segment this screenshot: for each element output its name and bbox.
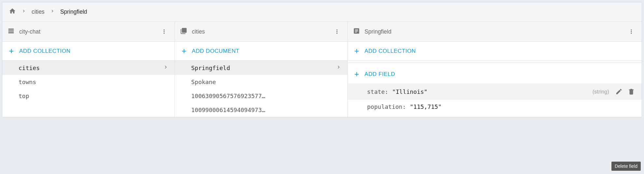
add-label: ADD DOCUMENT (192, 48, 239, 54)
item-label: Springfield (191, 65, 335, 71)
more-vert-icon[interactable] (332, 26, 342, 37)
field-row[interactable]: state: "Illinois" (string) (348, 83, 642, 100)
breadcrumb: cities Springfield (2, 2, 642, 22)
more-vert-icon[interactable] (626, 26, 637, 37)
item-label: 10063090567576923577… (191, 93, 341, 99)
document-item[interactable]: Spokane (175, 75, 347, 89)
item-label: Spokane (191, 79, 341, 85)
field-row[interactable]: population: "115,715" (348, 100, 642, 114)
collection-icon (180, 27, 187, 36)
field-value: "Illinois" (392, 88, 427, 95)
add-document-button[interactable]: + ADD DOCUMENT (175, 42, 347, 61)
plus-icon: + (354, 47, 360, 55)
document-item[interactable]: Springfield (175, 61, 347, 75)
item-label: towns (19, 79, 169, 85)
database-icon (7, 27, 15, 36)
field-key: population: (367, 103, 406, 110)
chevron-right-icon (336, 64, 342, 71)
chevron-right-icon (163, 64, 169, 71)
plus-icon: + (354, 70, 360, 78)
root-column: city-chat + ADD COLLECTION cities towns … (2, 22, 175, 117)
document-item[interactable]: 10063090567576923577… (175, 89, 347, 103)
add-label: ADD COLLECTION (19, 48, 71, 54)
breadcrumb-item[interactable]: cities (32, 8, 45, 15)
more-vert-icon[interactable] (159, 26, 169, 37)
item-label: cities (19, 65, 163, 71)
add-label: ADD COLLECTION (365, 48, 416, 54)
collection-item[interactable]: top (2, 89, 175, 103)
column-title: cities (192, 28, 327, 35)
add-collection-button[interactable]: + ADD COLLECTION (348, 42, 642, 61)
document-column: Springfield + ADD COLLECTION + ADD FIELD… (348, 22, 642, 117)
chevron-right-icon (50, 8, 55, 15)
field-key: state: (367, 88, 388, 95)
column-title: city-chat (19, 28, 154, 35)
add-collection-button[interactable]: + ADD COLLECTION (2, 42, 175, 61)
item-label: 10099000614594094973… (191, 107, 341, 113)
column-title: Springfield (365, 28, 622, 35)
breadcrumb-item[interactable]: Springfield (60, 8, 87, 15)
document-item[interactable]: 10099000614594094973… (175, 103, 347, 117)
document-icon (353, 27, 360, 36)
home-icon[interactable] (9, 7, 16, 16)
chevron-right-icon (21, 8, 26, 15)
field-value: "115,715" (410, 103, 442, 110)
add-field-button[interactable]: + ADD FIELD (348, 65, 642, 83)
collection-item[interactable]: towns (2, 75, 175, 89)
edit-icon[interactable] (614, 87, 623, 96)
collection-item[interactable]: cities (2, 61, 175, 75)
add-label: ADD FIELD (365, 71, 395, 78)
field-type: (string) (593, 89, 609, 95)
plus-icon: + (8, 47, 15, 55)
delete-icon[interactable] (627, 87, 636, 96)
collection-column: cities + ADD DOCUMENT Springfield Spokan… (175, 22, 347, 117)
item-label: top (19, 93, 169, 99)
plus-icon: + (181, 47, 187, 55)
